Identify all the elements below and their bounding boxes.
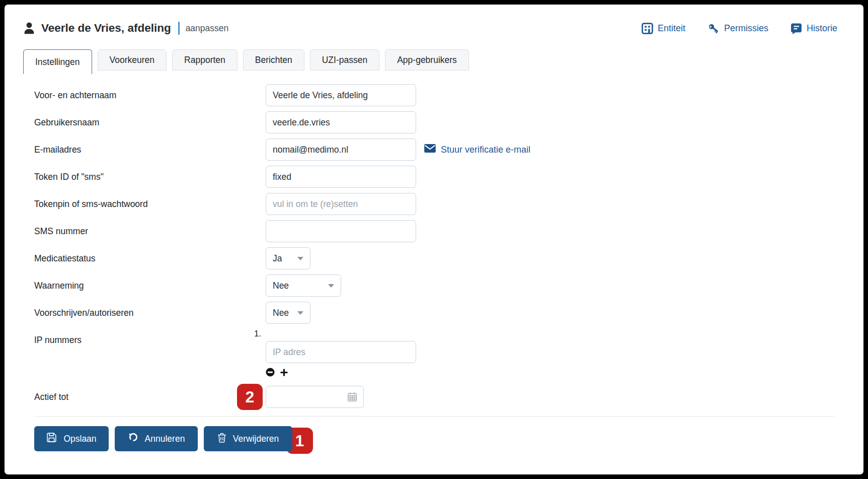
form-row-email: E-mailadres Stuur verificatie e-mail — [34, 139, 834, 161]
chevron-down-icon — [328, 284, 334, 288]
medication-status-select[interactable]: Ja — [266, 247, 310, 269]
tab-bar: Instellingen Voorkeuren Rapporten Berich… — [23, 49, 837, 74]
form-row-token-pin: Tokenpin of sms-wachtwoord — [34, 193, 834, 215]
form-row-username: Gebruikersnaam — [34, 111, 834, 133]
medication-status-label: Medicatiestatus — [34, 253, 266, 264]
entity-link-label: Entiteit — [658, 23, 685, 34]
full-name-input[interactable] — [266, 84, 416, 106]
form-row-ip-numbers: IP nummers 1. — [34, 329, 834, 379]
trash-icon — [217, 433, 226, 445]
tab-berichten[interactable]: Berichten — [243, 49, 304, 71]
email-input[interactable] — [266, 139, 416, 161]
form-row-observation: Waarneming Nee — [34, 275, 834, 297]
prescribe-authorize-label: Voorschrijven/autoriseren — [34, 308, 266, 318]
cancel-button-label: Annuleren — [145, 434, 185, 444]
calendar-icon[interactable] — [347, 392, 357, 402]
person-icon — [23, 22, 35, 35]
chevron-down-icon — [297, 257, 303, 260]
form-footer-divider — [34, 416, 834, 417]
tab-app-gebruikers[interactable]: App-gebruikers — [385, 49, 469, 71]
chevron-down-icon — [297, 311, 303, 315]
active-until-date-input[interactable] — [266, 386, 364, 408]
floppy-disk-icon — [46, 432, 57, 445]
save-button[interactable]: Opslaan — [34, 426, 109, 451]
entity-link[interactable]: Entiteit — [642, 23, 685, 34]
history-icon — [791, 23, 802, 34]
title-separator — [178, 22, 180, 35]
full-name-label: Voor- en achternaam — [34, 90, 266, 101]
key-icon — [707, 22, 720, 34]
ip-address-input[interactable] — [266, 341, 416, 363]
delete-button[interactable]: Verwijderen — [204, 426, 292, 451]
ip-numbers-label: IP nummers — [34, 329, 266, 346]
building-icon — [642, 23, 653, 34]
tab-voorkeuren[interactable]: Voorkeuren — [98, 49, 167, 71]
permissions-link[interactable]: Permissies — [707, 22, 768, 34]
prescribe-authorize-select[interactable]: Nee — [266, 302, 310, 324]
token-pin-input[interactable] — [266, 193, 416, 215]
remove-ip-button[interactable] — [266, 368, 275, 379]
form-row-medication-status: Medicatiestatus Ja — [34, 247, 834, 269]
envelope-icon — [424, 144, 436, 155]
token-id-label: Token ID of "sms" — [34, 172, 266, 182]
tab-rapporten[interactable]: Rapporten — [172, 49, 238, 71]
page-header: Veerle de Vries, afdeling aanpassen Enti… — [23, 19, 837, 38]
email-label: E-mailadres — [34, 145, 266, 155]
active-until-label: Actief tot — [34, 392, 266, 402]
history-link-label: Historie — [807, 23, 837, 34]
form-row-active-until: Actief tot 2 — [34, 384, 834, 410]
token-id-input[interactable] — [266, 166, 416, 188]
tab-uzi-passen[interactable]: UZI-passen — [310, 49, 379, 71]
add-ip-button[interactable] — [280, 368, 288, 379]
plus-icon — [280, 368, 288, 379]
page-title: Veerle de Vries, afdeling — [41, 22, 171, 35]
form-row-token-id: Token ID of "sms" — [34, 166, 834, 188]
user-settings-page: Veerle de Vries, afdeling aanpassen Enti… — [5, 5, 863, 474]
tab-instellingen[interactable]: Instellingen — [23, 49, 92, 74]
token-pin-label: Tokenpin of sms-wachtwoord — [34, 199, 266, 210]
sms-number-input[interactable] — [266, 220, 416, 242]
page-subtitle: aanpassen — [186, 23, 229, 34]
medication-status-value: Ja — [273, 253, 282, 264]
form-row-full-name: Voor- en achternaam — [34, 84, 834, 106]
prescribe-authorize-value: Nee — [273, 308, 289, 318]
history-link[interactable]: Historie — [791, 23, 837, 34]
cancel-button[interactable]: Annuleren — [115, 426, 198, 451]
send-verification-email-label: Stuur verificatie e-mail — [441, 145, 530, 155]
sms-number-label: SMS nummer — [34, 226, 266, 237]
settings-form: Voor- en achternaam Gebruikersnaam E-mai… — [34, 84, 834, 410]
minus-circle-icon — [266, 368, 275, 379]
permissions-link-label: Permissies — [724, 23, 768, 34]
observation-value: Nee — [273, 281, 289, 291]
username-label: Gebruikersnaam — [34, 117, 266, 128]
form-actions: Opslaan Annuleren Verwijderen — [34, 426, 834, 454]
username-input[interactable] — [266, 111, 416, 133]
annotation-badge-2: 2 — [237, 384, 263, 410]
observation-select[interactable]: Nee — [266, 275, 341, 297]
ip-row-controls — [266, 368, 416, 379]
observation-label: Waarneming — [34, 281, 266, 291]
form-row-sms-number: SMS nummer — [34, 220, 834, 242]
undo-icon — [128, 432, 138, 445]
save-button-label: Opslaan — [63, 434, 96, 444]
ip-row-index: 1. — [254, 329, 416, 339]
send-verification-email-link[interactable]: Stuur verificatie e-mail — [424, 144, 530, 155]
delete-button-label: Verwijderen — [233, 434, 279, 444]
form-row-prescribe-authorize: Voorschrijven/autoriseren Nee — [34, 302, 834, 324]
